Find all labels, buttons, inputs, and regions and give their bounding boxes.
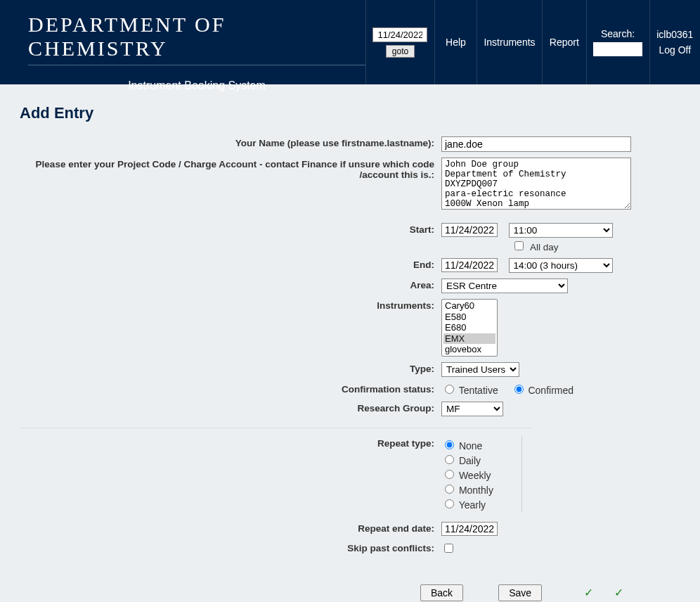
confirm-label: Confirmation status: bbox=[20, 381, 441, 397]
main-header: DEPARTMENT OF CHEMISTRY Instrument Booki… bbox=[0, 0, 700, 84]
instrument-option[interactable]: EMX bbox=[443, 333, 495, 345]
start-date-input[interactable] bbox=[441, 223, 498, 237]
repeat-label: Repeat type: bbox=[20, 435, 441, 452]
repeat-options: None Daily Weekly Monthly Yearly bbox=[441, 437, 522, 512]
start-label: Start: bbox=[20, 222, 441, 238]
repeat-option[interactable]: Monthly bbox=[441, 482, 493, 496]
help-cell[interactable]: Help bbox=[434, 0, 477, 84]
end-date-input[interactable] bbox=[441, 258, 498, 272]
instruments-select[interactable]: Cary60E580E680EMXglovebox bbox=[441, 299, 498, 357]
divider bbox=[20, 428, 533, 428]
confirmed-radio[interactable] bbox=[514, 385, 524, 394]
end-time-select[interactable]: 14:00 (3 hours) bbox=[509, 258, 613, 273]
type-label: Type: bbox=[20, 361, 441, 377]
instruments-cell[interactable]: Instruments bbox=[477, 0, 542, 84]
repeat-option[interactable]: None bbox=[441, 438, 493, 452]
allday-checkbox[interactable] bbox=[514, 241, 524, 250]
project-textarea[interactable] bbox=[441, 158, 631, 210]
user-link[interactable]: iclb0361 bbox=[656, 27, 693, 42]
project-label: Please enter your Project Code / Charge … bbox=[20, 156, 441, 183]
app-subtitle: Instrument Booking System bbox=[28, 79, 365, 92]
instrument-option[interactable]: E580 bbox=[443, 312, 495, 323]
goto-button[interactable]: goto bbox=[386, 45, 415, 58]
name-label: Your Name (please use firstname.lastname… bbox=[20, 135, 441, 151]
area-select[interactable]: ESR Centre bbox=[441, 278, 568, 293]
instrument-option[interactable]: E680 bbox=[443, 322, 495, 333]
check-icon: ✓ bbox=[614, 586, 623, 599]
check-icon: ✓ bbox=[584, 586, 593, 599]
name-input[interactable] bbox=[441, 136, 631, 152]
allday-label: All day bbox=[530, 242, 559, 252]
end-label: End: bbox=[20, 257, 441, 273]
confirmed-option[interactable]: Confirmed bbox=[511, 385, 573, 396]
skip-label: Skip past conflicts: bbox=[20, 540, 441, 556]
search-input[interactable] bbox=[593, 42, 642, 56]
repeat-radio[interactable] bbox=[445, 440, 454, 449]
instrument-option[interactable]: glovebox bbox=[443, 344, 495, 355]
back-button[interactable]: Back bbox=[420, 584, 463, 601]
save-button[interactable]: Save bbox=[498, 584, 542, 601]
help-link[interactable]: Help bbox=[446, 37, 466, 48]
area-label: Area: bbox=[20, 277, 441, 293]
type-select[interactable]: Trained Users bbox=[441, 362, 519, 377]
repeat-end-input[interactable] bbox=[441, 522, 498, 536]
header-title-block: DEPARTMENT OF CHEMISTRY Instrument Booki… bbox=[0, 0, 365, 84]
page-title: Add Entry bbox=[20, 104, 680, 122]
instruments-label: Instruments: bbox=[20, 297, 441, 314]
repeat-option[interactable]: Weekly bbox=[441, 468, 493, 481]
report-link[interactable]: Report bbox=[550, 37, 579, 48]
rg-select[interactable]: MF bbox=[441, 402, 503, 416]
repeat-radio[interactable] bbox=[445, 499, 454, 508]
start-time-select[interactable]: 11:00 bbox=[509, 223, 613, 238]
repeat-radio[interactable] bbox=[445, 455, 454, 464]
report-cell[interactable]: Report bbox=[542, 0, 585, 84]
search-label: Search: bbox=[601, 28, 635, 39]
tentative-radio[interactable] bbox=[445, 385, 454, 394]
date-goto-cell: goto bbox=[365, 0, 434, 84]
dept-name: DEPARTMENT OF CHEMISTRY bbox=[28, 13, 365, 65]
user-cell: iclb0361 Log Off bbox=[649, 0, 700, 84]
content-area: Add Entry Your Name (please use firstnam… bbox=[0, 84, 700, 602]
rg-label: Research Group: bbox=[20, 400, 441, 416]
instrument-option[interactable]: Cary60 bbox=[443, 300, 495, 312]
skip-checkbox[interactable] bbox=[444, 544, 453, 553]
repeat-end-label: Repeat end date: bbox=[20, 520, 441, 537]
repeat-radio[interactable] bbox=[445, 470, 454, 479]
search-cell: Search: bbox=[586, 0, 649, 84]
buttons-row: Back Save ✓ ✓ bbox=[20, 584, 680, 601]
header-date-input[interactable] bbox=[372, 27, 427, 42]
repeat-option[interactable]: Yearly bbox=[441, 497, 493, 511]
instruments-link[interactable]: Instruments bbox=[484, 37, 535, 48]
logoff-link[interactable]: Log Off bbox=[659, 42, 691, 58]
tentative-option[interactable]: Tentative bbox=[441, 385, 498, 396]
repeat-option[interactable]: Daily bbox=[441, 453, 493, 466]
repeat-radio[interactable] bbox=[445, 485, 454, 494]
